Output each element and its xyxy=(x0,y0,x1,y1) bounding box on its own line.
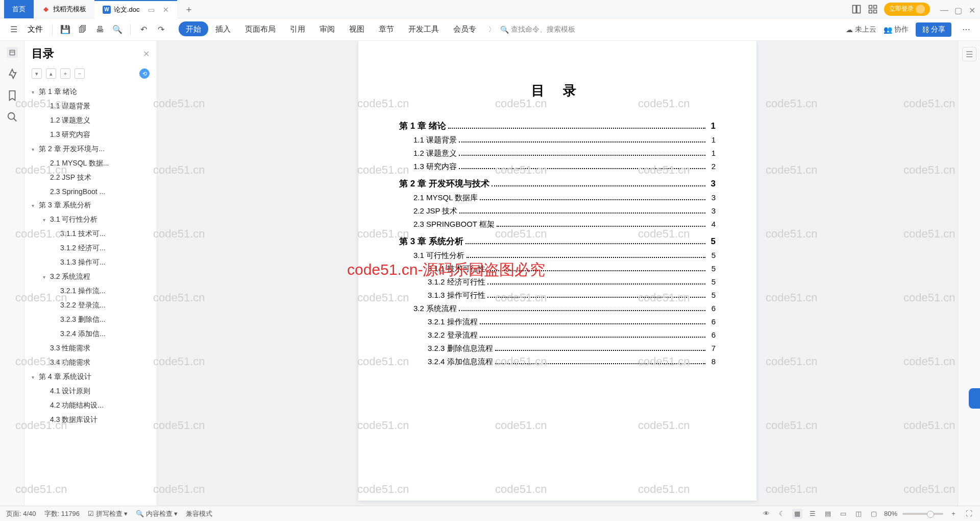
toc-entry[interactable]: 3.2.2 登录流程6 xyxy=(399,330,716,340)
toc-entry[interactable]: 3.2.4 添加信息流程8 xyxy=(399,357,716,367)
outline-item[interactable]: 3.2.4 添加信... xyxy=(29,327,153,341)
outline-item[interactable]: ▾3.1 可行性分析 xyxy=(29,212,153,227)
menu-tab-7[interactable]: 开发工具 xyxy=(401,21,446,36)
split-view-icon[interactable]: ◫ xyxy=(853,509,864,519)
outline-item[interactable]: 3.2.2 登录流... xyxy=(29,298,153,313)
menu-tab-1[interactable]: 插入 xyxy=(208,21,238,36)
close-tab-icon[interactable]: ✕ xyxy=(163,6,169,14)
apps-icon[interactable] xyxy=(868,4,878,14)
outline-item[interactable]: ▾第 2 章 开发环境与... xyxy=(29,142,153,156)
search-icon[interactable] xyxy=(7,111,18,123)
read-view-icon[interactable]: ▭ xyxy=(838,509,848,519)
outline-item[interactable]: 3.1.3 操作可... xyxy=(29,255,153,270)
toc-entry[interactable]: 第 3 章 系统分析5 xyxy=(399,235,716,247)
outline-item[interactable]: ▾第 1 章 绪论 xyxy=(29,85,153,99)
cloud-status[interactable]: ☁ 未上云 xyxy=(846,25,876,34)
menu-tab-4[interactable]: 审阅 xyxy=(312,21,342,36)
collapse-all-icon[interactable]: ▾ xyxy=(32,68,42,79)
toc-entry[interactable]: 3.1.3 操作可行性5 xyxy=(399,291,716,300)
moon-mode-icon[interactable]: ☾ xyxy=(777,509,787,519)
menu-tab-0[interactable]: 开始 xyxy=(179,21,208,36)
outline-item[interactable]: 3.1.2 经济可... xyxy=(29,241,153,255)
toolbox-icon[interactable]: ☰ xyxy=(962,47,976,61)
menu-overflow[interactable]: 〉 xyxy=(485,25,498,34)
sync-icon[interactable]: ⟲ xyxy=(139,68,150,79)
outline-item[interactable]: 3.1.1 技术可... xyxy=(29,227,153,241)
outline-item[interactable]: 4.2 功能结构设... xyxy=(29,398,153,413)
login-button[interactable]: 立即登录 xyxy=(884,3,930,16)
remove-heading-icon[interactable]: − xyxy=(75,68,85,79)
outline-item[interactable]: 4.3 数据库设计 xyxy=(29,413,153,427)
toc-entry[interactable]: 3.1.2 经济可行性5 xyxy=(399,277,716,287)
outline-item[interactable]: 2.3 SpringBoot ... xyxy=(29,185,153,198)
more-icon[interactable]: ⋯ xyxy=(959,22,974,37)
toc-entry[interactable]: 2.1 MYSQL 数据库3 xyxy=(399,193,716,203)
outline-item[interactable]: 1.3 研究内容 xyxy=(29,128,153,142)
menu-tab-6[interactable]: 章节 xyxy=(372,21,401,36)
expand-all-icon[interactable]: ▴ xyxy=(46,68,56,79)
toc-entry[interactable]: 2.3 SPRINGBOOT 框架4 xyxy=(399,220,716,229)
save-icon[interactable]: 💾 xyxy=(58,22,73,37)
toc-entry[interactable]: 第 2 章 开发环境与技术3 xyxy=(399,178,716,190)
outline-item[interactable]: ▾第 3 章 系统分析 xyxy=(29,198,153,212)
bookmark-icon[interactable] xyxy=(7,90,18,101)
outline-item[interactable]: 3.2.1 操作流... xyxy=(29,284,153,298)
zoom-in-icon[interactable]: + xyxy=(948,509,959,519)
collaborate-button[interactable]: 👥 协作 xyxy=(884,25,909,34)
command-search[interactable]: 🔍 查找命令、搜索模板 xyxy=(500,25,575,34)
zoom-slider[interactable] xyxy=(902,513,943,515)
outline-item[interactable]: ▾3.2 系统流程 xyxy=(29,270,153,284)
web-view-icon[interactable]: ▤ xyxy=(823,509,833,519)
outline-item[interactable]: 3.2.3 删除信... xyxy=(29,313,153,327)
outline-close-icon[interactable]: ✕ xyxy=(143,49,150,59)
tab-document[interactable]: W 论文.doc ▭ ✕ xyxy=(94,0,177,18)
outline-item[interactable]: 2.1 MYSQL 数据... xyxy=(29,156,153,171)
toc-entry[interactable]: 3.1 可行性分析5 xyxy=(399,251,716,260)
outline-item[interactable]: 1.2 课题意义 xyxy=(29,113,153,128)
minimize-icon[interactable]: — xyxy=(940,6,947,13)
zoom-level[interactable]: 80% xyxy=(884,510,897,517)
undo-icon[interactable]: ↶ xyxy=(136,22,151,37)
zoom-out-icon[interactable]: ▢ xyxy=(869,509,879,519)
outline-item[interactable]: 4.1 设计原则 xyxy=(29,384,153,398)
toc-entry[interactable]: 3.2.3 删除信息流程7 xyxy=(399,344,716,353)
content-check[interactable]: 🔍 内容检查 ▾ xyxy=(136,509,178,518)
outline-tab-icon[interactable] xyxy=(7,47,18,58)
redo-icon[interactable]: ↷ xyxy=(153,22,168,37)
toc-entry[interactable]: 3.1.1 技术可行性5 xyxy=(399,264,716,274)
close-window-icon[interactable]: ✕ xyxy=(969,6,976,13)
toc-entry[interactable]: 1.2 课题意义1 xyxy=(399,149,716,158)
document-viewport[interactable]: 目 录 第 1 章 绪论11.1 课题背景11.2 课题意义11.3 研究内容2… xyxy=(157,41,958,506)
toc-entry[interactable]: 2.2 JSP 技术3 xyxy=(399,206,716,216)
menu-tab-5[interactable]: 视图 xyxy=(342,21,372,36)
add-heading-icon[interactable]: + xyxy=(60,68,70,79)
add-tab-button[interactable]: ＋ xyxy=(177,3,201,15)
layout-icon[interactable] xyxy=(851,4,862,14)
menu-icon[interactable]: ☰ xyxy=(6,22,21,37)
page-indicator[interactable]: 页面: 4/40 xyxy=(6,509,36,518)
outline-item[interactable]: ▾第 4 章 系统设计 xyxy=(29,370,153,384)
menu-tab-2[interactable]: 页面布局 xyxy=(238,21,283,36)
print-preview-icon[interactable]: 🔍 xyxy=(110,22,125,37)
maximize-icon[interactable]: ▢ xyxy=(954,6,962,13)
outline-item[interactable]: 3.4 功能需求 xyxy=(29,356,153,370)
toc-entry[interactable]: 第 1 章 绪论1 xyxy=(399,120,716,132)
fullscreen-icon[interactable]: ⛶ xyxy=(964,509,974,519)
outline-item[interactable]: 2.2 JSP 技术 xyxy=(29,171,153,185)
eye-mode-icon[interactable]: 👁 xyxy=(762,509,772,519)
save-as-icon[interactable]: 🗐 xyxy=(75,22,90,37)
outline-item[interactable]: 3.3 性能需求 xyxy=(29,341,153,356)
menu-tab-3[interactable]: 引用 xyxy=(283,21,312,36)
compat-mode[interactable]: 兼容模式 xyxy=(186,509,212,518)
print-icon[interactable]: 🖶 xyxy=(92,22,108,37)
toc-entry[interactable]: 1.3 研究内容2 xyxy=(399,162,716,172)
toc-entry[interactable]: 3.2.1 操作流程6 xyxy=(399,317,716,327)
outline-view-icon[interactable]: ☰ xyxy=(807,509,818,519)
tab-screen-icon[interactable]: ▭ xyxy=(148,6,155,14)
spell-check[interactable]: ☑ 拼写检查 ▾ xyxy=(88,509,128,518)
toc-entry[interactable]: 1.1 课题背景1 xyxy=(399,135,716,145)
toc-entry[interactable]: 3.2 系统流程6 xyxy=(399,304,716,314)
page-view-icon[interactable]: ▦ xyxy=(792,509,802,519)
file-menu[interactable]: 文件 xyxy=(23,22,47,36)
word-count[interactable]: 字数: 11796 xyxy=(44,509,80,518)
